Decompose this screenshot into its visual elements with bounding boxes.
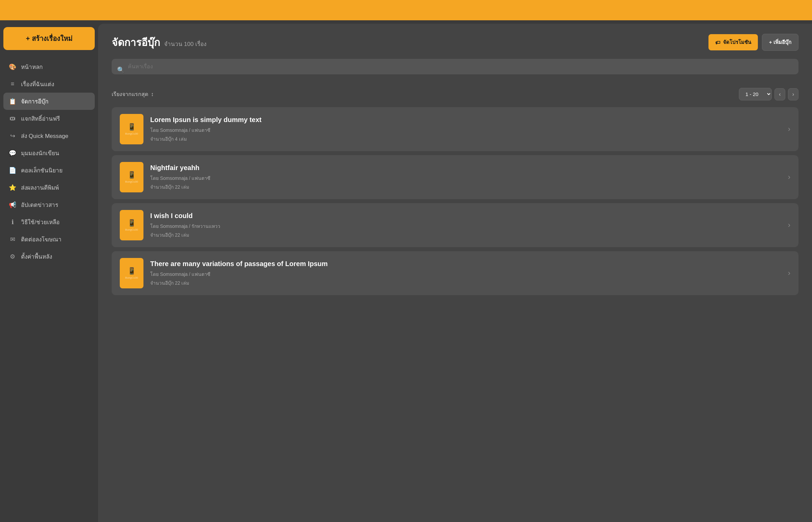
promo-label: จัดโปรโมชัน: [723, 38, 751, 46]
top-bar: [0, 0, 812, 20]
sidebar-label-contact: ติดต่อลงโฆษณา: [21, 235, 62, 244]
pagination-controls: 1 - 20 21 - 40 41 - 60 ‹ ›: [739, 88, 798, 100]
book-count-4: จำนวนอีบุ๊ก 22 เล่ม: [150, 279, 781, 287]
book-cover-text-2: BungCu30: [124, 180, 139, 184]
sidebar-icon-my-stories: ≡: [9, 80, 16, 88]
book-item-1[interactable]: 📱 BungCu30 Lorem Ipsun is simply dummy t…: [112, 107, 798, 151]
promo-icon: 🏷: [715, 40, 720, 45]
book-cover-icon-2: 📱: [128, 171, 136, 179]
sidebar-label-writer-view: มุมมองนักเขียน: [21, 148, 59, 158]
book-author-2: โดย Somsomnaja / แฟนตาซี: [150, 175, 781, 182]
book-cover-4: 📱 BungCu30: [120, 258, 143, 288]
sidebar-item-free-read[interactable]: 🎟 แจกสิทธิ์อ่านฟรี: [3, 110, 95, 127]
book-cover-icon-4: 📱: [128, 267, 136, 275]
sidebar-item-print[interactable]: ⭐ ส่งผลงานตีพิมพ์: [3, 179, 95, 196]
create-story-button[interactable]: + สร้างเรื่องใหม่: [3, 27, 95, 50]
book-title-3: I wish I could: [150, 212, 781, 220]
sidebar-item-manage-ebook[interactable]: 📋 จัดการอีบุ๊ก: [3, 93, 95, 110]
next-page-button[interactable]: ›: [788, 88, 798, 100]
book-arrow-4: ›: [788, 269, 790, 278]
book-cover-2: 📱 BungCu30: [120, 162, 143, 193]
search-input[interactable]: [112, 59, 798, 74]
search-wrapper: 🔍: [112, 59, 798, 81]
sidebar-label-home: หน้าหลก: [21, 62, 43, 71]
add-ebook-button[interactable]: + เพิ่มอีบุ๊ก: [762, 34, 798, 51]
page-select[interactable]: 1 - 20 21 - 40 41 - 60: [739, 88, 772, 100]
sidebar-label-collection: คอลเล็กชันนิยาย: [21, 166, 63, 175]
sidebar-label-print: ส่งผลงานตีพิมพ์: [21, 183, 59, 192]
book-author-4: โดย Somsomnaja / แฟนตาซี: [150, 270, 781, 278]
sidebar-icon-news: 📢: [9, 201, 16, 208]
book-info-4: There are many variations of passages of…: [150, 260, 781, 287]
book-cover-text-4: BungCu30: [124, 276, 139, 280]
book-author-1: โดย Somsomnaja / แฟนตาซี: [150, 126, 781, 134]
sidebar-icon-free-read: 🎟: [9, 115, 16, 122]
sidebar-icon-collection: 📄: [9, 167, 16, 174]
sidebar-item-writer-view[interactable]: 💬 มุมมองนักเขียน: [3, 144, 95, 162]
book-cover-icon-3: 📱: [128, 219, 136, 227]
book-author-3: โดย Somsomnaja / รักหวานแหวว: [150, 222, 781, 230]
sidebar-icon-print: ⭐: [9, 184, 16, 192]
book-cover-text-3: BungCu30: [124, 228, 139, 232]
sort-label[interactable]: เรียงจากแรกสุด ↕: [112, 90, 154, 98]
book-arrow-2: ›: [788, 173, 790, 182]
sidebar-label-manage-ebook: จัดการอีบุ๊ก: [21, 97, 49, 106]
sidebar-item-contact[interactable]: ✉ ติดต่อลงโฆษณา: [3, 230, 95, 248]
book-count-2: จำนวนอีบุ๊ก 22 เล่ม: [150, 183, 781, 191]
sidebar-item-settings[interactable]: ⚙ ตั้งค่าพื้นหลัง: [3, 248, 95, 265]
book-item-2[interactable]: 📱 BungCu30 Nightfair yeahh โดย Somsomnaj…: [112, 155, 798, 199]
search-icon: 🔍: [117, 66, 124, 74]
book-item-4[interactable]: 📱 BungCu30 There are many variations of …: [112, 251, 798, 295]
book-cover-3: 📱 BungCu30: [120, 210, 143, 240]
promo-button[interactable]: 🏷 จัดโปรโมชัน: [709, 34, 758, 51]
story-count: จำนวน 100 เรื่อง: [164, 39, 206, 48]
book-title-4: There are many variations of passages of…: [150, 260, 781, 268]
sidebar-item-help[interactable]: ℹ วิธีใช้/ช่วยเหลือ: [3, 213, 95, 230]
sidebar-item-news[interactable]: 📢 อัปเดตข่าวสาร: [3, 196, 95, 213]
sidebar-item-my-stories[interactable]: ≡ เรื่องที่ฉันแต่ง: [3, 75, 95, 93]
header-actions: 🏷 จัดโปรโมชัน + เพิ่มอีบุ๊ก: [709, 34, 798, 51]
page-title: จัดการอีบุ๊ก: [112, 35, 160, 51]
sidebar-item-collection[interactable]: 📄 คอลเล็กชันนิยาย: [3, 162, 95, 179]
book-list: 📱 BungCu30 Lorem Ipsun is simply dummy t…: [112, 107, 798, 295]
prev-page-button[interactable]: ‹: [774, 88, 785, 100]
book-info-1: Lorem Ipsun is simply dummy text โดย Som…: [150, 116, 781, 143]
sidebar-icon-settings: ⚙: [9, 253, 16, 260]
sidebar-icon-help: ℹ: [9, 218, 16, 226]
sidebar-icon-home: 🎨: [9, 63, 16, 71]
sidebar-item-quick-message[interactable]: ↪ ส่ง Quick Message: [3, 127, 95, 144]
sidebar-icon-quick-message: ↪: [9, 132, 16, 140]
book-cover-text-1: BungCu30: [124, 132, 139, 136]
book-item-3[interactable]: 📱 BungCu30 I wish I could โดย Somsomnaja…: [112, 203, 798, 247]
content-header: จัดการอีบุ๊ก จำนวน 100 เรื่อง 🏷 จัดโปรโม…: [112, 34, 798, 51]
sidebar-label-my-stories: เรื่องที่ฉันแต่ง: [21, 79, 54, 88]
page-title-area: จัดการอีบุ๊ก จำนวน 100 เรื่อง: [112, 35, 206, 51]
sidebar-item-home[interactable]: 🎨 หน้าหลก: [3, 58, 95, 75]
book-count-1: จำนวนอีบุ๊ก 4 เล่ม: [150, 135, 781, 143]
book-cover-1: 📱 BungCu30: [120, 114, 143, 144]
sidebar-icon-manage-ebook: 📋: [9, 98, 16, 105]
sidebar-label-free-read: แจกสิทธิ์อ่านฟรี: [21, 114, 60, 123]
book-arrow-1: ›: [788, 125, 790, 134]
main-content: จัดการอีบุ๊ก จำนวน 100 เรื่อง 🏷 จัดโปรโม…: [98, 24, 812, 522]
book-info-3: I wish I could โดย Somsomnaja / รักหวานแ…: [150, 212, 781, 239]
sidebar-label-news: อัปเดตข่าวสาร: [21, 200, 58, 209]
sort-text: เรียงจากแรกสุด: [112, 90, 148, 98]
book-count-3: จำนวนอีบุ๊ก 22 เล่ม: [150, 231, 781, 239]
sidebar-icon-contact: ✉: [9, 236, 16, 243]
sidebar: + สร้างเรื่องใหม่ 🎨 หน้าหลก ≡ เรื่องที่ฉ…: [0, 20, 98, 522]
sidebar-label-help: วิธีใช้/ช่วยเหลือ: [21, 217, 60, 226]
toolbar: เรียงจากแรกสุด ↕ 1 - 20 21 - 40 41 - 60 …: [112, 88, 798, 100]
book-title-1: Lorem Ipsun is simply dummy text: [150, 116, 781, 124]
book-arrow-3: ›: [788, 221, 790, 229]
sidebar-icon-writer-view: 💬: [9, 149, 16, 157]
sidebar-label-quick-message: ส่ง Quick Message: [21, 131, 68, 140]
book-info-2: Nightfair yeahh โดย Somsomnaja / แฟนตาซี…: [150, 164, 781, 191]
sidebar-label-settings: ตั้งค่าพื้นหลัง: [21, 252, 52, 261]
book-cover-icon-1: 📱: [128, 123, 136, 131]
sort-icon: ↕: [151, 91, 154, 97]
book-title-2: Nightfair yeahh: [150, 164, 781, 172]
